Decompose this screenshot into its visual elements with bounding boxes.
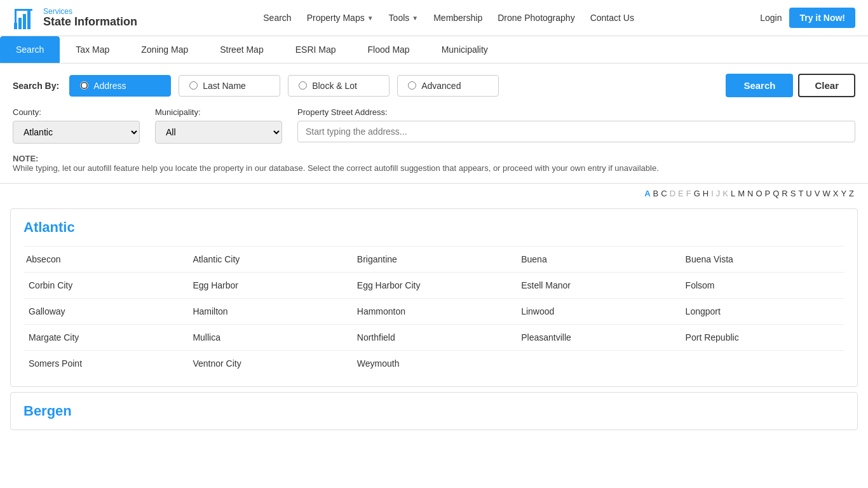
alpha-letter-S[interactable]: S (790, 189, 796, 198)
municipality-cell[interactable]: Corbin City (24, 272, 187, 298)
municipality-cell[interactable]: Estell Manor (516, 272, 680, 298)
logo-services: Services (43, 8, 137, 16)
municipality-cell[interactable]: Somers Point (24, 350, 187, 376)
radio-block-lot-input[interactable] (299, 81, 307, 90)
municipality-cell[interactable]: Absecon (24, 246, 187, 272)
alpha-letter-N[interactable]: N (747, 189, 753, 198)
try-button[interactable]: Try it Now! (789, 8, 855, 28)
tab-zoning-map[interactable]: Zoning Map (125, 36, 204, 63)
alpha-letter-Y[interactable]: Y (841, 189, 846, 198)
alpha-letter-W[interactable]: W (822, 189, 830, 198)
alpha-letter-B[interactable]: B (653, 189, 659, 198)
alpha-letter-P[interactable]: P (765, 189, 771, 198)
nav-property-maps[interactable]: Property Maps ▼ (307, 13, 374, 23)
municipality-cell[interactable]: Longport (681, 298, 844, 324)
bergen-county-section: Bergen (10, 392, 858, 430)
municipality-cell[interactable]: Pleasantville (516, 324, 680, 350)
county-select[interactable]: Atlantic Bergen Burlington Camden Cape M… (13, 121, 140, 144)
radio-block-lot[interactable]: Block & Lot (288, 75, 390, 97)
search-section: Search By: Address Last Name Block & Lot… (0, 64, 868, 184)
municipality-cell[interactable]: Atlantic City (187, 246, 351, 272)
alphabet-nav: ABCDEFGHIJKLMNOPQRSTUVWXYZ (0, 184, 868, 203)
nav-tools[interactable]: Tools ▼ (389, 13, 419, 23)
municipality-label: Municipality: (155, 107, 282, 117)
search-action-btns: Search Clear (726, 74, 855, 97)
svg-rect-1 (18, 18, 22, 29)
municipality-cell (681, 350, 844, 376)
alpha-letter-C[interactable]: C (661, 189, 667, 198)
nav-contact-us[interactable]: Contact Us (590, 13, 634, 23)
alpha-letter-T[interactable]: T (798, 189, 803, 198)
alpha-letter-I: I (711, 189, 714, 198)
municipality-cell[interactable]: Buena Vista (681, 246, 844, 272)
svg-rect-2 (23, 14, 26, 29)
municipality-cell[interactable]: Egg Harbor (187, 272, 351, 298)
alpha-letter-H[interactable]: H (703, 189, 709, 198)
nav-search[interactable]: Search (263, 13, 291, 23)
radio-advanced-input[interactable] (408, 81, 416, 90)
alpha-letter-Z[interactable]: Z (849, 189, 854, 198)
radio-last-name[interactable]: Last Name (179, 75, 280, 97)
municipality-grid: AbseconAtlantic CityBrigantineBuenaBuena… (24, 246, 844, 376)
municipality-cell[interactable]: Buena (516, 246, 680, 272)
municipality-cell[interactable]: Mullica (187, 324, 351, 350)
main-nav: Search Property Maps ▼ Tools ▼ Membershi… (263, 13, 634, 23)
tabs-bar: Search Tax Map Zoning Map Street Map ESR… (0, 36, 868, 64)
nav-membership[interactable]: Membership (433, 13, 482, 23)
municipality-cell[interactable]: Ventnor City (187, 350, 351, 376)
county-filter: County: Atlantic Bergen Burlington Camde… (13, 107, 140, 144)
search-by-row: Search By: Address Last Name Block & Lot… (13, 74, 855, 97)
alpha-letter-E: E (678, 189, 684, 198)
header-actions: Login Try it Now! (760, 8, 855, 28)
alpha-letter-O[interactable]: O (756, 189, 762, 198)
alpha-letter-D: D (670, 189, 675, 198)
municipality-filter: Municipality: All (155, 107, 282, 144)
municipality-cell (516, 350, 680, 376)
alpha-letter-R[interactable]: R (782, 189, 787, 198)
municipality-cell[interactable]: Hamilton (187, 298, 351, 324)
logo-name: State Information (43, 16, 137, 29)
login-link[interactable]: Login (760, 13, 782, 23)
address-input[interactable] (297, 121, 855, 142)
bergen-county-title: Bergen (24, 403, 844, 419)
svg-rect-3 (27, 10, 31, 29)
radio-last-name-input[interactable] (189, 81, 198, 90)
alpha-letter-A[interactable]: A (644, 189, 650, 198)
municipality-cell[interactable]: Northfield (352, 324, 516, 350)
radio-advanced[interactable]: Advanced (397, 75, 499, 97)
tab-municipality[interactable]: Municipality (426, 36, 504, 63)
tab-street-map[interactable]: Street Map (204, 36, 279, 63)
radio-address-input[interactable] (80, 81, 88, 90)
alpha-letter-Q[interactable]: Q (773, 189, 779, 198)
alpha-letter-M[interactable]: M (738, 189, 745, 198)
atlantic-county-title: Atlantic (24, 219, 844, 236)
municipality-cell[interactable]: Egg Harbor City (352, 272, 516, 298)
alpha-letter-V[interactable]: V (815, 189, 820, 198)
tab-flood-map[interactable]: Flood Map (352, 36, 426, 63)
clear-button[interactable]: Clear (798, 74, 855, 97)
radio-group: Address Last Name Block & Lot Advanced (69, 75, 715, 97)
alpha-letter-G[interactable]: G (694, 189, 700, 198)
alpha-letter-X[interactable]: X (833, 189, 839, 198)
municipality-cell[interactable]: Hammonton (352, 298, 516, 324)
radio-address[interactable]: Address (69, 75, 171, 97)
svg-rect-4 (15, 9, 32, 11)
note-label: NOTE: (13, 154, 38, 163)
municipality-cell[interactable]: Weymouth (352, 350, 516, 376)
search-button[interactable]: Search (726, 74, 793, 97)
alpha-letter-F: F (686, 189, 691, 198)
tab-tax-map[interactable]: Tax Map (60, 36, 125, 63)
tab-esri-map[interactable]: ESRI Map (280, 36, 352, 63)
alpha-letter-U[interactable]: U (806, 189, 811, 198)
municipality-cell[interactable]: Linwood (516, 298, 680, 324)
municipality-cell[interactable]: Port Republic (681, 324, 844, 350)
municipality-cell[interactable]: Margate City (24, 324, 187, 350)
municipality-cell[interactable]: Folsom (681, 272, 844, 298)
svg-rect-0 (14, 23, 17, 29)
tab-search[interactable]: Search (0, 36, 60, 63)
nav-drone-photography[interactable]: Drone Photography (498, 13, 574, 23)
alpha-letter-L[interactable]: L (731, 189, 735, 198)
municipality-select[interactable]: All (155, 121, 282, 144)
municipality-cell[interactable]: Brigantine (352, 246, 516, 272)
municipality-cell[interactable]: Galloway (24, 298, 187, 324)
